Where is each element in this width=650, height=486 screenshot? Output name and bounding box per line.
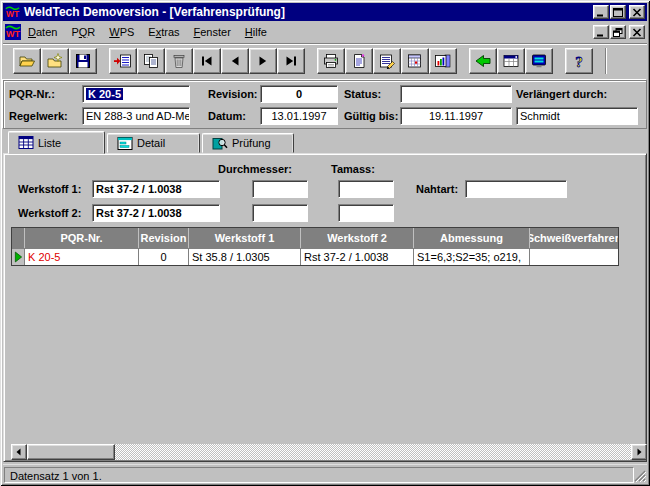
scroll-left-button[interactable] — [11, 444, 27, 460]
regelwerk-input[interactable]: EN 288-3 und AD-Me — [82, 107, 190, 125]
help-button[interactable]: ? — [565, 48, 593, 74]
resize-grip-icon[interactable] — [633, 469, 646, 482]
nahtart-input[interactable] — [465, 180, 567, 198]
werkstoff2-input[interactable]: Rst 37-2 / 1.0038 — [92, 204, 220, 222]
mdi-close-button[interactable] — [629, 25, 645, 39]
grid-header-pqr[interactable]: PQR-Nr. — [25, 228, 139, 248]
menu-wps[interactable]: WPS — [102, 24, 141, 40]
werkstoff2-durchmesser-input[interactable] — [252, 204, 308, 222]
print-icon — [322, 53, 340, 69]
cell-pqr[interactable]: K 20-5 — [25, 248, 139, 265]
mdi-close-icon — [632, 28, 642, 37]
plan-button[interactable] — [401, 48, 429, 74]
scroll-right-icon — [635, 448, 643, 456]
table-row[interactable]: K 20-5 0 St 35.8 / 1.0305 Rst 37-2 / 1.0… — [12, 248, 618, 265]
nahtart-label: Nahtart: — [416, 183, 458, 195]
menu-hilfe[interactable]: Hilfe — [238, 24, 274, 40]
werkstoff1-input[interactable]: Rst 37-2 / 1.0038 — [92, 180, 220, 198]
document-icon — [350, 53, 368, 69]
tab-pruefung[interactable]: Prüfung — [202, 133, 294, 153]
scroll-right-button[interactable] — [631, 444, 647, 460]
toolbar-separator — [605, 48, 607, 74]
maximize-button[interactable] — [610, 5, 626, 19]
grid-header-revision[interactable]: Revision — [139, 228, 189, 248]
mdi-minimize-button[interactable] — [593, 25, 609, 39]
grid-header-schweissverfahren[interactable]: Schweißverfahren — [530, 228, 618, 248]
grid-header-abmessung[interactable]: Abmessung — [414, 228, 530, 248]
revision-input[interactable]: 0 — [260, 85, 338, 103]
gueltig-input[interactable]: 19.11.1997 — [400, 107, 512, 125]
pqr-input[interactable]: K 20-5 — [82, 85, 190, 103]
open-button[interactable] — [13, 48, 41, 74]
verlaengert-input[interactable]: Schmidt — [516, 107, 638, 125]
first-record-icon — [198, 53, 216, 69]
werkstoff2-tamass-input[interactable] — [338, 204, 394, 222]
delete-button[interactable] — [165, 48, 193, 74]
weldtech-wt-icon: WT — [5, 5, 20, 20]
insert-record-button[interactable] — [109, 48, 137, 74]
back-button[interactable] — [469, 48, 497, 74]
datum-label: Datum: — [208, 110, 246, 122]
wt-mdi-icon[interactable]: WT — [5, 24, 21, 40]
window-title: WeldTech Demoversion - [Verfahrensprüfun… — [24, 5, 285, 19]
tab-liste[interactable]: Liste — [8, 131, 105, 154]
verlaengert-label: Verlängert durch: — [516, 88, 607, 100]
cell-werkstoff2[interactable]: Rst 37-2 / 1.0038 — [301, 248, 414, 265]
cell-revision[interactable]: 0 — [139, 248, 189, 265]
durchmesser-label: Durchmesser: — [218, 163, 292, 175]
horizontal-scrollbar[interactable] — [11, 444, 647, 460]
menu-daten[interactable]: Daten — [21, 24, 64, 40]
screen-icon — [530, 53, 548, 69]
last-record-icon — [282, 53, 300, 69]
menu-fenster[interactable]: Fenster — [187, 24, 238, 40]
window-icon — [502, 53, 520, 69]
title-bar[interactable]: WT WeldTech Demoversion - [Verfahrensprü… — [3, 3, 647, 21]
status-input[interactable] — [400, 85, 512, 103]
grid-header-werkstoff1[interactable]: Werkstoff 1 — [189, 228, 301, 248]
first-record-button[interactable] — [193, 48, 221, 74]
copy-button[interactable] — [137, 48, 165, 74]
scrollbar-thumb[interactable] — [27, 444, 115, 460]
tamass-label: Tamass: — [331, 163, 375, 175]
screen-button[interactable] — [525, 48, 553, 74]
row-selector[interactable] — [12, 248, 25, 265]
mdi-minimize-icon — [596, 28, 606, 37]
app-window: WT WeldTech Demoversion - [Verfahrensprü… — [0, 0, 650, 486]
pqr-header-form: PQR-Nr.: K 20-5 Revision: 0 Status: Verl… — [3, 80, 647, 129]
grid-header-werkstoff2[interactable]: Werkstoff 2 — [301, 228, 414, 248]
chart-button[interactable] — [429, 48, 457, 74]
cell-abmessung[interactable]: S1=6,3;S2=35; o219, — [414, 248, 530, 265]
pqr-selected-text: K 20-5 — [86, 88, 123, 100]
tab-detail[interactable]: Detail — [107, 133, 200, 153]
find-button[interactable] — [41, 48, 69, 74]
previous-record-icon — [226, 53, 244, 69]
find-icon — [46, 53, 64, 69]
cell-werkstoff1[interactable]: St 35.8 / 1.0305 — [189, 248, 301, 265]
record-count-status: Datensatz 1 von 1. — [4, 467, 634, 483]
help-icon: ? — [570, 53, 588, 69]
menu-extras[interactable]: Extras — [141, 24, 186, 40]
document-button[interactable] — [345, 48, 373, 74]
tab-pruefung-label: Prüfung — [232, 137, 271, 149]
save-button[interactable] — [69, 48, 97, 74]
window-button[interactable] — [497, 48, 525, 74]
werkstoff1-durchmesser-input[interactable] — [252, 180, 308, 198]
last-record-button[interactable] — [277, 48, 305, 74]
menu-pqr[interactable]: PQR — [64, 24, 102, 40]
mdi-restore-button[interactable] — [610, 25, 626, 39]
toolbar: ? — [3, 43, 647, 77]
print-button[interactable] — [317, 48, 345, 74]
cell-schweissverfahren[interactable] — [530, 248, 618, 265]
previous-record-button[interactable] — [221, 48, 249, 74]
datum-input[interactable]: 13.01.1997 — [260, 107, 338, 125]
open-icon — [18, 53, 36, 69]
menu-bar: WT Daten PQR WPS Extras Fenster Hilfe — [3, 22, 647, 42]
report-button[interactable] — [373, 48, 401, 74]
svg-text:WT: WT — [6, 9, 20, 19]
minimize-button[interactable] — [593, 5, 609, 19]
grid-header-selector — [12, 228, 25, 248]
werkstoff1-tamass-input[interactable] — [338, 180, 394, 198]
maximize-icon — [613, 8, 623, 17]
close-button[interactable] — [629, 5, 645, 19]
next-record-button[interactable] — [249, 48, 277, 74]
